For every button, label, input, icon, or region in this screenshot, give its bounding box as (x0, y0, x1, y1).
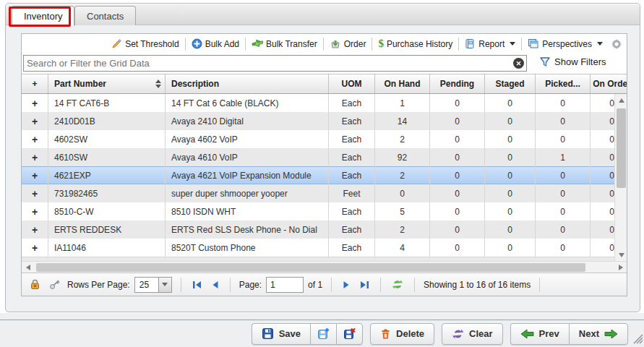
table-row[interactable]: +IA110468520T Custom PhoneEach40000 (22, 239, 614, 257)
cell-picked: 0 (536, 94, 591, 112)
perspectives-button[interactable]: Perspectives (523, 36, 608, 52)
gear-icon[interactable] (611, 38, 622, 50)
column-header-on-order[interactable]: On Order (591, 74, 627, 93)
column-header-uom[interactable]: UOM (329, 74, 375, 93)
save-button[interactable]: Save (252, 323, 310, 345)
vertical-scroll-thumb[interactable] (617, 108, 626, 188)
row-expander-icon[interactable]: + (22, 130, 48, 148)
row-expander-icon[interactable]: + (22, 184, 48, 202)
clear-search-icon[interactable]: ✕ (513, 58, 524, 69)
column-header-picked[interactable]: Picked... (536, 74, 591, 93)
resize-handle-icon[interactable] (633, 334, 643, 346)
delete-button[interactable]: Delete (370, 323, 434, 345)
bulk-transfer-button[interactable]: Bulk Transfer (246, 36, 322, 52)
cell-on-order: 0 (591, 94, 614, 112)
prev-page-icon[interactable] (211, 280, 219, 289)
report-button[interactable]: Report (460, 36, 520, 52)
prev-button[interactable]: Prev (510, 323, 569, 345)
cell-picked: 0 (536, 184, 591, 202)
pager-status-text: Showing 1 to 16 of 16 items (424, 280, 531, 290)
report-dropdown-arrow-icon (510, 42, 515, 46)
report-icon (465, 38, 476, 49)
cell-staged: 0 (485, 94, 536, 112)
save-and-close-button[interactable] (336, 323, 363, 345)
cell-pending: 0 (430, 130, 485, 148)
set-threshold-button[interactable]: Set Threshold (106, 36, 184, 52)
column-header-description[interactable]: Description (166, 74, 329, 93)
table-row[interactable]: +8510-C-W8510 ISDN WHTEach50000 (22, 202, 614, 220)
grid-rows: +14 FT CAT6-B14 FT Cat 6 Cable (BLACK)Ea… (22, 94, 614, 261)
column-header-staged[interactable]: Staged (485, 74, 536, 93)
cell-on-hand: 1 (375, 94, 430, 112)
table-row[interactable]: +4621EXPAvaya 4621 VoIP Expansion Module… (22, 166, 614, 184)
page-number-input[interactable] (266, 277, 304, 293)
row-expander-icon[interactable]: + (22, 94, 48, 112)
sort-arrows-icon[interactable] (155, 80, 161, 88)
row-expander-icon[interactable]: + (22, 166, 48, 184)
key-icon[interactable] (49, 279, 61, 290)
cell-pending: 0 (430, 202, 485, 220)
perspectives-label: Perspectives (542, 39, 592, 49)
cell-picked: 0 (536, 202, 591, 220)
horizontal-scrollbar[interactable] (22, 261, 627, 273)
table-row[interactable]: +ERTS REDDESKERTS Red SLS Desk Phone - N… (22, 220, 614, 239)
cell-on-hand: 92 (375, 148, 430, 166)
column-header-on-hand[interactable]: On Hand (375, 74, 430, 93)
cell-uom: Each (329, 202, 375, 220)
cell-uom: Each (329, 166, 375, 184)
scroll-right-icon[interactable] (614, 262, 627, 273)
scroll-left-icon[interactable] (22, 262, 34, 273)
search-input[interactable] (27, 56, 507, 70)
on-order-header-label: On Order (593, 79, 627, 89)
table-row[interactable]: +731982465super duper shmooper yooperFee… (22, 184, 614, 202)
cell-on-order: 0 (591, 148, 614, 166)
on-hand-header-label: On Hand (385, 79, 421, 89)
cell-staged: 0 (485, 239, 536, 257)
clear-button[interactable]: Clear (442, 323, 503, 345)
next-page-icon[interactable] (343, 280, 351, 289)
show-filters-button[interactable]: Show Filters (539, 56, 606, 67)
next-button[interactable]: Next (569, 323, 628, 345)
scroll-up-icon[interactable] (615, 94, 627, 106)
rows-per-page-select[interactable]: 25 (134, 277, 172, 293)
cell-on-hand: 14 (375, 112, 430, 130)
pager-bar: Rows Per Page: 25 Page: of 1 (22, 273, 627, 296)
first-page-icon[interactable] (192, 280, 202, 289)
bulk-add-button[interactable]: Bulk Add (186, 36, 244, 52)
vertical-scrollbar[interactable] (614, 94, 627, 261)
cell-picked: 0 (536, 130, 591, 148)
lock-icon[interactable] (30, 279, 40, 290)
table-row[interactable]: +4610SWAvaya 4610 VoIPEach920010 (22, 148, 614, 166)
column-header-part-number[interactable]: Part Number (48, 74, 166, 93)
column-header-pending[interactable]: Pending (430, 74, 485, 93)
scroll-down-icon[interactable] (615, 249, 627, 261)
column-header-expander[interactable]: + (22, 74, 48, 93)
row-expander-icon[interactable]: + (22, 202, 48, 220)
cell-staged: 0 (485, 202, 536, 220)
inventory-grid-panel: Set Threshold Bulk Add Bulk Transfer (21, 33, 627, 296)
refresh-icon[interactable] (392, 279, 403, 290)
row-expander-icon[interactable]: + (22, 148, 48, 166)
save-and-add-button[interactable] (310, 323, 336, 345)
cell-pending: 0 (430, 239, 485, 257)
clear-refresh-icon (452, 328, 464, 340)
purchase-history-button[interactable]: $ Purchase History (373, 36, 458, 52)
order-label: Order (344, 39, 366, 49)
uom-header-label: UOM (342, 79, 362, 89)
cell-pending: 0 (430, 112, 485, 130)
table-row[interactable]: +4602SWAvaya 4602 VoIPEach20000 (22, 130, 614, 148)
tab-contacts[interactable]: Contacts (74, 6, 136, 25)
table-row[interactable]: +14 FT CAT6-B14 FT Cat 6 Cable (BLACK)Ea… (22, 94, 614, 112)
last-page-icon[interactable] (359, 280, 369, 289)
cell-part-number: 4610SW (48, 148, 166, 166)
table-row[interactable]: +2410D01BAvaya 2410 DigitalEach140000 (22, 112, 614, 130)
row-expander-icon[interactable]: + (22, 112, 48, 130)
order-button[interactable]: Order (325, 36, 372, 52)
basket-icon (330, 38, 341, 49)
row-expander-icon[interactable]: + (22, 220, 48, 239)
cell-uom: Each (329, 130, 375, 148)
horizontal-scroll-thumb[interactable] (36, 263, 585, 272)
cell-on-order: 0 (591, 220, 614, 239)
row-expander-icon[interactable]: + (22, 239, 48, 257)
tab-inventory[interactable]: Inventory (12, 6, 74, 26)
